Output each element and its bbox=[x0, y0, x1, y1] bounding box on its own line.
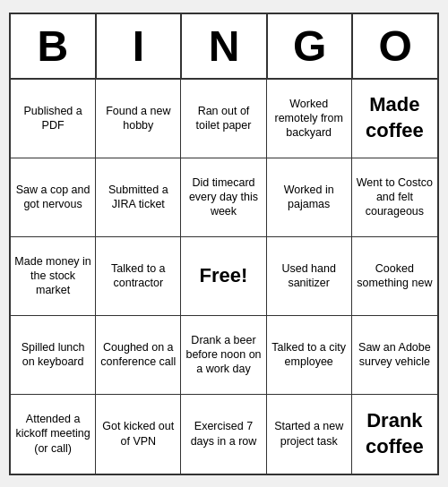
bingo-cell-3[interactable]: Worked remotely from backyard bbox=[267, 80, 352, 158]
bingo-cell-5[interactable]: Saw a cop and got nervous bbox=[11, 158, 96, 237]
bingo-cell-7[interactable]: Did timecard every day this week bbox=[181, 158, 266, 237]
bingo-cell-2[interactable]: Ran out of toilet paper bbox=[181, 80, 266, 158]
bingo-cell-10[interactable]: Made money in the stock market bbox=[11, 237, 96, 316]
bingo-cell-0[interactable]: Published a PDF bbox=[11, 80, 96, 158]
bingo-cell-23[interactable]: Started a new project task bbox=[267, 395, 352, 474]
free-space[interactable]: Free! bbox=[181, 237, 266, 316]
bingo-letter-n: N bbox=[182, 14, 268, 80]
bingo-letter-b: B bbox=[11, 14, 97, 80]
bingo-cell-21[interactable]: Got kicked out of VPN bbox=[96, 395, 181, 474]
bingo-cell-13[interactable]: Used hand sanitizer bbox=[267, 237, 352, 316]
bingo-cell-19[interactable]: Saw an Adobe survey vehicle bbox=[352, 316, 437, 395]
bingo-cell-20[interactable]: Attended a kickoff meeting (or call) bbox=[11, 395, 96, 474]
bingo-letter-i: I bbox=[97, 14, 183, 80]
bingo-letter-g: G bbox=[268, 14, 354, 80]
bingo-cell-14[interactable]: Cooked something new bbox=[352, 237, 437, 316]
bingo-card: BINGO Published a PDFFound a new hobbyRa… bbox=[9, 13, 439, 475]
bingo-cell-16[interactable]: Coughed on a conference call bbox=[96, 316, 181, 395]
bingo-cell-18[interactable]: Talked to a city employee bbox=[267, 316, 352, 395]
bingo-cell-6[interactable]: Submitted a JIRA ticket bbox=[96, 158, 181, 237]
bingo-cell-9[interactable]: Went to Costco and felt courageous bbox=[352, 158, 437, 237]
bingo-cell-1[interactable]: Found a new hobby bbox=[96, 80, 181, 158]
bingo-cell-11[interactable]: Talked to a contractor bbox=[96, 237, 181, 316]
bingo-cell-8[interactable]: Worked in pajamas bbox=[267, 158, 352, 237]
bingo-cell-22[interactable]: Exercised 7 days in a row bbox=[181, 395, 266, 474]
bingo-letter-o: O bbox=[353, 14, 437, 80]
bingo-cell-24[interactable]: Drank coffee bbox=[352, 395, 437, 474]
bingo-cell-17[interactable]: Drank a beer before noon on a work day bbox=[181, 316, 266, 395]
bingo-header: BINGO bbox=[11, 14, 437, 80]
bingo-grid: Published a PDFFound a new hobbyRan out … bbox=[11, 80, 437, 474]
bingo-cell-4[interactable]: Made coffee bbox=[352, 80, 437, 158]
bingo-cell-15[interactable]: Spilled lunch on keyboard bbox=[11, 316, 96, 395]
